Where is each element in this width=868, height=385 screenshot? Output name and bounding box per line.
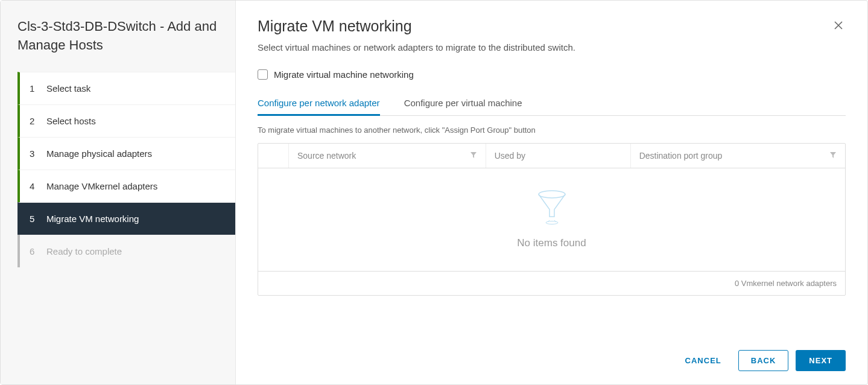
button-row: CANCEL BACK NEXT — [258, 334, 846, 371]
step-label: Select hosts — [46, 116, 96, 126]
cancel-button[interactable]: CANCEL — [676, 350, 731, 371]
step-list: 1 Select task 2 Select hosts 3 Manage ph… — [17, 72, 235, 267]
step-ready-to-complete: 6 Ready to complete — [20, 235, 235, 267]
wizard-title: Cls-3-Std3-DB-DSwitch - Add and Manage H… — [1, 18, 235, 72]
page-subtitle: Select virtual machines or network adapt… — [258, 42, 575, 52]
col-used-by[interactable]: Used by — [486, 144, 630, 168]
col-checkbox — [258, 144, 288, 168]
table-header: Source network Used by Destination port … — [258, 144, 845, 168]
funnel-icon — [536, 190, 568, 229]
step-manage-physical-adapters[interactable]: 3 Manage physical adapters — [17, 137, 235, 170]
wizard-sidebar: Cls-3-Std3-DB-DSwitch - Add and Manage H… — [1, 1, 236, 384]
adapters-table: Source network Used by Destination port … — [258, 143, 846, 296]
col-source-network[interactable]: Source network — [288, 144, 486, 168]
step-label: Ready to complete — [46, 246, 122, 256]
step-select-task[interactable]: 1 Select task — [17, 72, 235, 104]
filter-icon[interactable] — [829, 151, 837, 161]
tab-per-virtual-machine[interactable]: Configure per virtual machine — [404, 92, 522, 116]
col-destination-port-group[interactable]: Destination port group — [630, 144, 845, 168]
next-button[interactable]: NEXT — [796, 350, 846, 371]
step-label: Migrate VM networking — [46, 214, 139, 224]
main-content: Migrate VM networking Select virtual mac… — [236, 1, 867, 384]
migration-hint: To migrate virtual machines to another n… — [258, 126, 846, 135]
filter-icon[interactable] — [470, 151, 477, 161]
migrate-checkbox[interactable] — [258, 69, 268, 80]
step-number: 1 — [30, 83, 40, 94]
step-number: 4 — [30, 181, 40, 191]
config-tabs: Configure per network adapter Configure … — [258, 92, 846, 116]
wizard-dialog: Cls-3-Std3-DB-DSwitch - Add and Manage H… — [0, 0, 868, 385]
tab-per-network-adapter[interactable]: Configure per network adapter — [258, 92, 380, 116]
empty-state-text: No items found — [517, 237, 586, 249]
migrate-checkbox-row: Migrate virtual machine networking — [258, 69, 846, 80]
svg-point-1 — [546, 221, 558, 224]
step-number: 3 — [30, 148, 40, 159]
svg-point-0 — [539, 191, 565, 198]
step-label: Select task — [46, 83, 90, 94]
col-label: Source network — [297, 151, 356, 161]
step-number: 2 — [30, 116, 40, 126]
table-footer: 0 Vmkernel network adapters — [258, 271, 845, 295]
step-label: Manage VMkernel adapters — [46, 181, 157, 191]
close-icon[interactable] — [831, 18, 846, 34]
step-select-hosts[interactable]: 2 Select hosts — [17, 104, 235, 137]
main-header: Migrate VM networking Select virtual mac… — [258, 18, 846, 69]
step-label: Manage physical adapters — [46, 148, 152, 159]
step-number: 6 — [30, 246, 40, 256]
table-body: No items found — [258, 168, 845, 271]
step-manage-vmkernel-adapters[interactable]: 4 Manage VMkernel adapters — [17, 170, 235, 202]
step-migrate-vm-networking[interactable]: 5 Migrate VM networking — [17, 202, 235, 235]
back-button[interactable]: BACK — [738, 350, 789, 371]
step-number: 5 — [30, 214, 40, 224]
page-title: Migrate VM networking — [258, 18, 575, 35]
col-label: Used by — [495, 151, 525, 161]
migrate-checkbox-label: Migrate virtual machine networking — [274, 69, 414, 80]
col-label: Destination port group — [639, 151, 723, 161]
